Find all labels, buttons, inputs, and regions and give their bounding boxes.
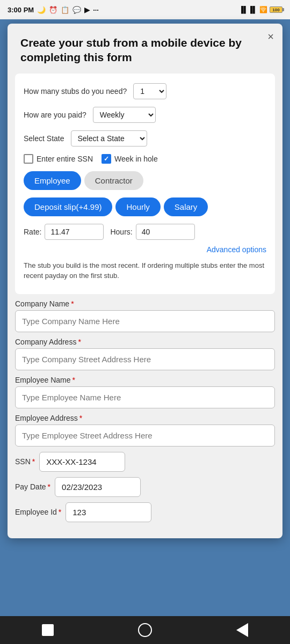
state-select[interactable]: Select a State Alabama California Texas … (71, 130, 147, 147)
info-text: The stub you build is the most recent. I… (24, 260, 266, 281)
battery-icon: 100 (270, 6, 282, 13)
company-address-group: Company Address * (15, 338, 275, 370)
employee-name-label: Employee Name * (15, 376, 275, 384)
pay-date-row: Pay Date * (15, 477, 275, 497)
ssn-field-label: SSN * (15, 457, 35, 466)
close-button[interactable]: × (267, 31, 274, 42)
payment-type-group: Deposit slip(+4.99) Hourly Salary (24, 197, 266, 216)
ssn-required: * (32, 457, 35, 466)
ssn-input[interactable] (39, 452, 125, 472)
checkbox-row: Enter entire SSN ✓ Week in hole (24, 154, 266, 164)
employee-id-input[interactable] (66, 502, 151, 522)
paid-row: How are you paid? Weekly Bi-Weekly Month… (24, 107, 266, 123)
modal-title: Create your stub from a mobile device by… (20, 35, 270, 65)
company-address-input[interactable] (15, 348, 275, 370)
state-row: Select State Select a State Alabama Cali… (24, 130, 266, 147)
pay-date-input[interactable] (55, 477, 141, 497)
alarm-icon: ⏰ (49, 6, 57, 14)
modal-header: Create your stub from a mobile device by… (8, 24, 282, 74)
paid-select[interactable]: Weekly Bi-Weekly Monthly (93, 107, 156, 123)
hours-item: Hours: (110, 224, 194, 240)
employee-name-group: Employee Name * (15, 376, 275, 408)
employee-address-input[interactable] (15, 425, 275, 447)
company-address-label: Company Address * (15, 338, 275, 346)
week-checkbox-item: ✓ Week in hole (102, 154, 158, 164)
paid-label: How are you paid? (24, 111, 86, 119)
bottom-nav (0, 616, 290, 644)
ssn-label: Enter entire SSN (37, 155, 93, 163)
company-name-group: Company Name * (15, 299, 275, 332)
company-name-required: * (71, 299, 74, 308)
triangle-icon (236, 623, 248, 637)
square-icon (42, 624, 54, 636)
full-form: Company Name * Company Address * Employe… (8, 299, 282, 522)
rate-item: Rate: (24, 224, 104, 240)
company-name-input[interactable] (15, 310, 275, 332)
stubs-label: How many stubs do you need? (24, 87, 127, 96)
employee-id-required: * (59, 508, 61, 516)
modal-wrapper: Create your stub from a mobile device by… (0, 19, 290, 644)
rate-label: Rate: (24, 228, 41, 236)
square-button[interactable] (42, 624, 54, 636)
dots-icon: ··· (93, 6, 99, 14)
circle-icon (138, 623, 152, 637)
week-checkbox[interactable]: ✓ (102, 154, 111, 164)
time-display: 3:00 PM (8, 6, 34, 14)
employee-id-label: Employee Id * (15, 508, 61, 516)
rate-input[interactable] (45, 224, 104, 240)
state-label: Select State (24, 134, 64, 143)
doc-icon: 📋 (61, 6, 69, 14)
pay-date-required: * (48, 482, 50, 491)
employee-contractor-group: Employee Contractor (24, 171, 266, 190)
message-icon: 💬 (73, 6, 81, 14)
hours-input[interactable] (136, 224, 195, 240)
wifi-icon: 🛜 (259, 6, 267, 13)
ssn-checkbox-item: Enter entire SSN (24, 154, 93, 164)
arrow-icon: ▶ (84, 6, 90, 14)
modal: Create your stub from a mobile device by… (8, 24, 282, 538)
ssn-checkbox[interactable] (24, 154, 33, 164)
hourly-button[interactable]: Hourly (115, 197, 160, 216)
stubs-row: How many stubs do you need? 1 2 3 (24, 83, 266, 99)
employee-address-label: Employee Address * (15, 414, 275, 422)
employee-name-input[interactable] (15, 386, 275, 408)
employee-id-row: Employee Id * (15, 502, 275, 522)
advanced-options-link[interactable]: Advanced options (24, 245, 266, 254)
rate-hours-row: Rate: Hours: (24, 224, 266, 240)
ssn-row: SSN * (15, 452, 275, 472)
home-button[interactable] (138, 623, 152, 637)
hours-label: Hours: (110, 228, 132, 236)
moon-icon: 🌙 (37, 6, 46, 14)
employee-address-group: Employee Address * (15, 414, 275, 447)
stubs-select[interactable]: 1 2 3 (133, 83, 166, 99)
week-label: Week in hole (114, 155, 158, 163)
back-button[interactable] (236, 623, 248, 637)
company-name-label: Company Name * (15, 299, 275, 308)
employee-name-required: * (73, 376, 75, 384)
contractor-button[interactable]: Contractor (84, 171, 143, 190)
deposit-button[interactable]: Deposit slip(+4.99) (24, 197, 112, 216)
pay-date-label: Pay Date * (15, 482, 50, 491)
form-section: How many stubs do you need? 1 2 3 How ar… (15, 74, 275, 294)
employee-address-required: * (79, 414, 82, 422)
signal-icon: ▐▌▐▌ (239, 6, 257, 13)
status-left: 3:00 PM 🌙 ⏰ 📋 💬 ▶ ··· (8, 6, 99, 14)
status-right: ▐▌▐▌ 🛜 100 (239, 6, 282, 13)
salary-button[interactable]: Salary (164, 197, 208, 216)
employee-button[interactable]: Employee (24, 171, 81, 190)
company-address-required: * (78, 338, 81, 346)
status-bar: 3:00 PM 🌙 ⏰ 📋 💬 ▶ ··· ▐▌▐▌ 🛜 100 (0, 0, 290, 19)
